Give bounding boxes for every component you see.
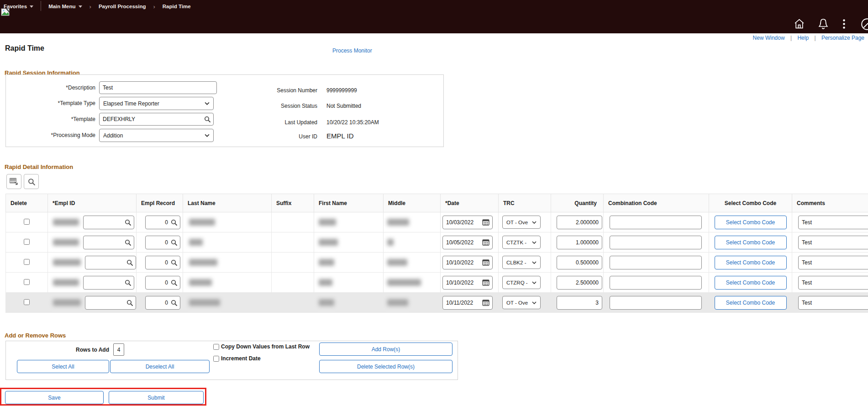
copy-down-checkbox[interactable] <box>213 344 219 350</box>
trc-select[interactable]: OT - Ove <box>502 216 541 229</box>
session-number-label: Session Number <box>207 87 317 94</box>
grid-search-button[interactable] <box>24 174 39 189</box>
trc-select[interactable]: CLBK2 - <box>502 256 541 269</box>
empl-id-redacted-value <box>53 279 79 286</box>
comments-input[interactable] <box>798 236 868 249</box>
session-number-value: 9999999999 <box>326 87 357 94</box>
date-input[interactable] <box>442 216 493 229</box>
process-monitor-link[interactable]: Process Monitor <box>332 47 372 54</box>
combination-code-input[interactable] <box>610 236 702 249</box>
date-input[interactable] <box>442 296 493 310</box>
breadcrumb-item-payroll-processing[interactable]: Payroll Processing <box>99 4 146 9</box>
suffix-cell <box>272 212 314 232</box>
suffix-cell <box>272 253 314 273</box>
description-label: *Description <box>8 84 95 91</box>
template-type-select[interactable]: Elapsed Time Reporter <box>99 97 214 110</box>
quantity-input[interactable] <box>557 276 602 290</box>
empl-record-input[interactable] <box>145 296 180 310</box>
comments-input[interactable] <box>798 256 868 269</box>
empl-id-input[interactable] <box>83 276 134 290</box>
combination-code-input[interactable] <box>610 276 702 290</box>
empl-id-input[interactable] <box>83 216 134 229</box>
select-combo-code-button[interactable]: Select Combo Code <box>715 296 787 310</box>
increment-date-label: Increment Date <box>221 355 261 362</box>
trc-select[interactable]: OT - Ove <box>502 296 541 309</box>
chevron-down-icon <box>532 241 537 244</box>
description-input[interactable] <box>99 81 217 94</box>
select-combo-code-button[interactable]: Select Combo Code <box>715 256 787 269</box>
comments-input[interactable] <box>798 296 868 310</box>
increment-date-checkbox[interactable] <box>213 356 219 362</box>
save-button[interactable]: Save <box>5 391 104 404</box>
empl-id-input[interactable] <box>83 236 134 249</box>
trc-select[interactable]: CTZRQ - <box>502 276 541 289</box>
select-all-button[interactable]: Select All <box>17 360 109 373</box>
breadcrumb: Favorites Main Menu › Payroll Processing… <box>4 2 191 11</box>
column-header-date: *Date <box>441 194 499 212</box>
template-input[interactable] <box>99 113 214 126</box>
suffix-cell <box>272 273 314 293</box>
home-icon[interactable] <box>794 18 805 31</box>
middle-name-redacted-value <box>387 259 407 266</box>
delete-selected-rows-button[interactable]: Delete Selected Row(s) <box>319 360 452 373</box>
combination-code-input[interactable] <box>610 296 702 310</box>
empl-record-input[interactable] <box>145 216 180 229</box>
combination-code-input[interactable] <box>610 216 702 229</box>
select-combo-code-button[interactable]: Select Combo Code <box>715 236 787 249</box>
comments-input[interactable] <box>798 216 868 229</box>
personalize-page-link[interactable]: Personalize Page <box>821 35 864 41</box>
trc-value: OT - Ove <box>506 300 532 306</box>
add-remove-heading: Add or Remove Rows <box>5 332 66 339</box>
table-row: OT - Ove Select Combo Code <box>6 212 868 232</box>
table-row: CLBK2 - Select Combo Code <box>6 253 868 273</box>
add-rows-button[interactable]: Add Row(s) <box>319 343 452 356</box>
delete-row-checkbox[interactable] <box>24 219 30 225</box>
copy-down-checkbox-row: Copy Down Values from Last Row <box>213 343 310 350</box>
trc-select[interactable]: CTZTK - <box>502 236 541 249</box>
delete-row-checkbox[interactable] <box>24 239 30 245</box>
breadcrumb-item-rapid-time[interactable]: Rapid Time <box>163 4 191 9</box>
quantity-input[interactable] <box>557 296 602 310</box>
user-id-value: EMPL ID <box>326 132 353 140</box>
delete-row-checkbox[interactable] <box>24 299 30 305</box>
broken-image-icon <box>1 8 10 18</box>
quantity-input[interactable] <box>557 216 602 229</box>
date-input[interactable] <box>442 276 493 290</box>
empl-record-input[interactable] <box>145 276 180 290</box>
date-input[interactable] <box>442 256 493 269</box>
empl-record-input[interactable] <box>145 236 180 249</box>
select-combo-code-button[interactable]: Select Combo Code <box>715 276 787 290</box>
combination-code-input[interactable] <box>610 256 702 269</box>
empl-id-input[interactable] <box>85 256 136 269</box>
delete-row-checkbox[interactable] <box>24 259 30 265</box>
processing-mode-select[interactable]: Addition <box>99 129 214 142</box>
empl-id-input[interactable] <box>85 296 136 310</box>
actions-kebab-icon[interactable] <box>843 19 845 30</box>
new-window-link[interactable]: New Window <box>753 35 785 41</box>
submit-button[interactable]: Submit <box>109 391 204 404</box>
notifications-bell-icon[interactable] <box>818 18 828 31</box>
last-name-redacted-value <box>189 279 212 286</box>
date-input[interactable] <box>442 236 493 249</box>
rows-to-add-input[interactable] <box>113 343 124 356</box>
rapid-detail-heading: Rapid Detail Information <box>5 163 73 170</box>
quantity-input[interactable] <box>557 236 602 249</box>
navbar-compass-icon[interactable] <box>860 17 868 32</box>
grid-header-row: Delete*Empl IDEmpl RecordLast NameSuffix… <box>6 194 868 212</box>
first-name-redacted-value <box>319 299 334 306</box>
deselect-all-button[interactable]: Deselect All <box>110 360 210 373</box>
select-combo-code-button[interactable]: Select Combo Code <box>715 216 787 229</box>
empl-id-redacted-value <box>53 219 79 226</box>
empl-record-input[interactable] <box>145 256 180 269</box>
help-link[interactable]: Help <box>797 35 809 41</box>
quantity-input[interactable] <box>557 256 602 269</box>
empl-id-redacted-value <box>53 259 81 266</box>
first-name-redacted-value <box>319 219 336 226</box>
personalize-grid-button[interactable] <box>6 174 21 189</box>
comments-input[interactable] <box>798 276 868 290</box>
table-row: CTZRQ - Select Combo Code <box>6 273 868 293</box>
delete-row-checkbox[interactable] <box>24 279 30 285</box>
session-info-panel: *Description *Template Type Elapsed Time… <box>5 74 444 147</box>
main-menu[interactable]: Main Menu <box>48 4 75 9</box>
column-header-middle: Middle <box>384 194 441 212</box>
